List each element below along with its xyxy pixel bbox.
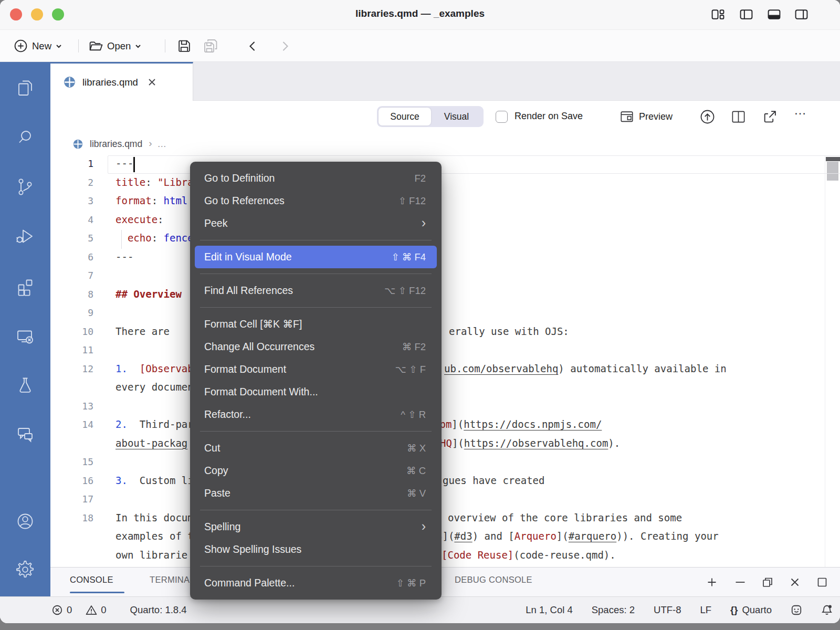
run-debug-icon[interactable] — [15, 226, 35, 246]
chevron-right-icon: › — [149, 138, 152, 149]
more-actions-button[interactable]: … — [794, 103, 807, 118]
code-text: ## Overview — [116, 288, 182, 300]
quarto-version[interactable]: Quarto: 1.8.4 — [130, 604, 187, 616]
account-icon[interactable] — [15, 511, 35, 531]
file-encoding[interactable]: UTF-8 — [654, 604, 681, 616]
toggle-right-sidebar-icon[interactable] — [794, 7, 808, 22]
menu-item-format-document-with[interactable]: Format Document With... — [190, 381, 442, 403]
code-editor[interactable]: 1---2title: "Libraries"3format: html4exe… — [50, 155, 840, 567]
code-line[interactable]: 163. Custom libgues have created — [50, 472, 840, 491]
panel-tab-debug-console[interactable]: DEBUG CONSOLE — [455, 575, 532, 585]
preview-button[interactable]: Preview — [620, 109, 673, 124]
code-line[interactable]: 7 — [50, 267, 840, 286]
menu-item-paste[interactable]: Paste⌘ V — [190, 482, 442, 505]
new-button[interactable]: New — [14, 30, 62, 62]
maximize-panel-button[interactable] — [816, 576, 828, 589]
submenu-arrow-icon: › — [422, 520, 426, 533]
code-line[interactable]: own librarie[Code Reuse](code-reuse.qmd)… — [50, 547, 840, 566]
render-button[interactable] — [700, 109, 715, 124]
code-line[interactable]: 13 — [50, 398, 840, 417]
menu-item-go-to-references[interactable]: Go to References⇧ F12 — [190, 190, 442, 212]
code-line[interactable]: examples of t3](#d3) and [Arquero](#arqu… — [50, 528, 840, 547]
explorer-icon[interactable] — [15, 78, 35, 98]
code-line[interactable]: 10There are erally use with OJS: — [50, 323, 840, 342]
code-line[interactable]: 8## Overview — [50, 286, 840, 305]
code-line[interactable]: 142. Third-partynpm](https://docs.npmjs.… — [50, 416, 840, 435]
errors-count[interactable]: 0 — [67, 604, 72, 616]
errors-icon[interactable] — [51, 604, 63, 616]
search-icon[interactable] — [15, 128, 35, 148]
settings-icon[interactable] — [15, 560, 35, 580]
close-icon[interactable] — [148, 78, 156, 87]
code-line[interactable]: 1--- — [50, 155, 840, 174]
menu-item-go-to-definition[interactable]: Go to DefinitionF2 — [190, 167, 442, 190]
open-external-button[interactable] — [762, 109, 778, 124]
toggle-left-sidebar-icon[interactable] — [739, 7, 753, 22]
render-on-save-checkbox[interactable] — [496, 111, 508, 123]
code-line[interactable]: about-packagHQ](https://observablehq.com… — [50, 435, 840, 454]
tab-libraries-qmd[interactable]: libraries.qmd — [50, 62, 193, 101]
panel-tab-terminal[interactable]: TERMINAL — [150, 575, 195, 585]
indentation-setting[interactable]: Spaces: 2 — [592, 604, 635, 616]
save-button[interactable] — [176, 30, 192, 62]
minimize-panel-button[interactable] — [734, 576, 747, 589]
breadcrumb-file[interactable]: libraries.qmd — [90, 139, 142, 150]
menu-item-peek[interactable]: Peek› — [190, 212, 442, 235]
new-console-button[interactable] — [706, 576, 718, 589]
restore-panel-button[interactable] — [761, 576, 774, 589]
code-line[interactable]: 18In this documoverview of the core libr… — [50, 510, 840, 529]
code-line[interactable]: 6--- — [50, 249, 840, 268]
menu-item-change-all-occurrences[interactable]: Change All Occurrences⌘ F2 — [190, 335, 442, 358]
split-editor-button[interactable] — [731, 109, 746, 124]
feedback-smiley-icon[interactable] — [791, 604, 802, 616]
code-line[interactable]: 17 — [50, 491, 840, 510]
code-line[interactable]: 11 — [50, 342, 840, 361]
menu-item-find-all-references[interactable]: Find All References⌥ ⇧ F12 — [190, 279, 442, 302]
line-number: 5 — [63, 233, 93, 244]
extensions-icon[interactable] — [15, 277, 35, 297]
code-text: own librarie — [116, 549, 187, 561]
eol-setting[interactable]: LF — [700, 604, 711, 616]
source-mode-button[interactable]: Source — [379, 108, 431, 125]
testing-icon[interactable] — [15, 375, 35, 395]
open-button[interactable]: Open — [88, 30, 141, 62]
menu-item-spelling[interactable]: Spelling› — [190, 516, 442, 538]
navigate-forward-button[interactable] — [278, 30, 292, 62]
line-number: 17 — [63, 494, 93, 505]
code-line[interactable]: every document — [50, 379, 840, 398]
menu-item-format-cell-k-f[interactable]: Format Cell [⌘K ⌘F] — [190, 313, 442, 335]
menu-item-edit-in-visual-mode[interactable]: Edit in Visual Mode⇧ ⌘ F4 — [195, 246, 437, 268]
code-line[interactable]: 4execute: — [50, 212, 840, 230]
text-cursor — [133, 157, 135, 172]
cursor-position[interactable]: Ln 1, Col 4 — [526, 604, 572, 616]
source-control-icon[interactable] — [15, 177, 35, 197]
notifications-bell-icon[interactable] — [821, 604, 833, 616]
customize-layout-icon[interactable] — [711, 7, 725, 22]
close-panel-button[interactable] — [789, 576, 801, 589]
menu-item-label: Go to Definition — [204, 172, 414, 184]
save-all-button[interactable] — [203, 30, 218, 62]
warnings-count[interactable]: 0 — [101, 604, 106, 616]
breadcrumb-more[interactable]: … — [158, 139, 167, 150]
menu-item-format-document[interactable]: Format Document⌥ ⇧ F — [190, 358, 442, 381]
code-line[interactable]: 2title: "Libraries" — [50, 174, 840, 193]
code-line[interactable]: 15 — [50, 454, 840, 472]
code-line[interactable]: 121. [Observableub.com/observablehq) aut… — [50, 361, 840, 380]
navigate-back-button[interactable] — [246, 30, 259, 62]
line-number: 10 — [63, 326, 93, 337]
code-line[interactable]: 5 echo: fenced — [50, 230, 840, 249]
menu-item-cut[interactable]: Cut⌘ X — [190, 437, 442, 459]
toggle-bottom-panel-icon[interactable] — [767, 7, 781, 22]
visual-mode-button[interactable]: Visual — [431, 108, 482, 125]
language-mode[interactable]: {} Quarto — [730, 604, 772, 616]
code-line[interactable]: 9 — [50, 304, 840, 323]
menu-item-copy[interactable]: Copy⌘ C — [190, 459, 442, 482]
comments-icon[interactable] — [15, 424, 35, 444]
code-line[interactable]: 3format: html — [50, 193, 840, 212]
menu-item-show-spelling-issues[interactable]: Show Spelling Issues — [190, 538, 442, 561]
menu-item-refactor[interactable]: Refactor...^ ⇧ R — [190, 403, 442, 426]
menu-item-command-palette[interactable]: Command Palette...⇧ ⌘ P — [190, 572, 442, 594]
panel-tab-console[interactable]: CONSOLE — [70, 575, 113, 585]
sessions-icon[interactable] — [15, 326, 35, 346]
warnings-icon[interactable] — [86, 604, 97, 616]
